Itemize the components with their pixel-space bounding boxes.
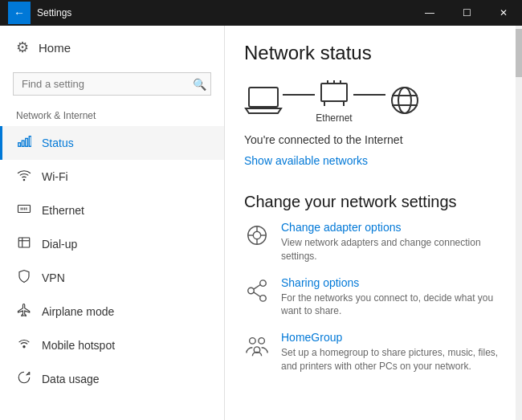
svg-point-33 bbox=[260, 279, 267, 286]
show-networks-link[interactable]: Show available networks bbox=[244, 154, 368, 167]
homegroup-icon bbox=[244, 332, 270, 358]
sidebar-item-wifi[interactable]: Wi-Fi bbox=[0, 160, 224, 194]
sidebar-item-home[interactable]: ⚙ Home bbox=[0, 26, 224, 69]
adapter-desc: View network adapters and change connect… bbox=[281, 236, 503, 263]
sharing-title[interactable]: Sharing options bbox=[281, 276, 503, 289]
adapter-icon bbox=[244, 222, 270, 248]
sidebar-vpn-label: VPN bbox=[42, 271, 65, 284]
change-settings-title: Change your network settings bbox=[244, 193, 503, 211]
scrollbar-thumb[interactable] bbox=[516, 29, 522, 77]
svg-rect-16 bbox=[249, 88, 278, 107]
svg-rect-2 bbox=[26, 138, 28, 146]
ethernet-device-icon: Ethernet bbox=[315, 77, 353, 124]
svg-point-38 bbox=[250, 338, 256, 345]
sidebar-datausage-label: Data usage bbox=[42, 373, 100, 385]
adapter-title[interactable]: Change adapter options bbox=[281, 221, 503, 234]
back-button[interactable]: ← bbox=[8, 2, 31, 24]
close-button[interactable]: ✕ bbox=[485, 0, 522, 26]
homegroup-text: HomeGroup Set up a homegroup to share pi… bbox=[281, 331, 503, 373]
svg-rect-5 bbox=[18, 206, 31, 213]
network-line-1 bbox=[283, 94, 315, 96]
sharing-desc: For the networks you connect to, decide … bbox=[281, 292, 503, 319]
svg-rect-0 bbox=[18, 143, 21, 147]
maximize-button[interactable]: ☐ bbox=[448, 0, 485, 26]
sidebar-home-label: Home bbox=[39, 41, 71, 55]
window-controls: — ☐ ✕ bbox=[411, 0, 522, 26]
settings-item-adapter: Change adapter options View network adap… bbox=[244, 221, 503, 263]
search-box: 🔍 bbox=[13, 72, 211, 96]
svg-rect-3 bbox=[29, 137, 31, 147]
svg-point-23 bbox=[392, 88, 418, 113]
sidebar-ethernet-label: Ethernet bbox=[42, 204, 84, 217]
sidebar-dialup-label: Dial-up bbox=[42, 238, 77, 251]
settings-item-sharing: Sharing options For the networks you con… bbox=[244, 276, 503, 319]
svg-rect-17 bbox=[321, 84, 347, 101]
content-area: ⚙ Home 🔍 Network & Internet bbox=[0, 26, 522, 420]
svg-point-39 bbox=[259, 338, 265, 345]
sidebar-status-label: Status bbox=[42, 137, 74, 149]
status-icon bbox=[16, 134, 32, 152]
sharing-icon bbox=[244, 278, 270, 304]
svg-line-37 bbox=[254, 292, 260, 296]
datausage-icon bbox=[16, 370, 32, 388]
settings-item-homegroup: HomeGroup Set up a homegroup to share pi… bbox=[244, 331, 503, 373]
home-icon: ⚙ bbox=[16, 39, 29, 56]
sidebar-wifi-label: Wi-Fi bbox=[42, 170, 68, 183]
sidebar-item-datausage[interactable]: Data usage bbox=[0, 362, 224, 396]
back-icon: ← bbox=[14, 6, 25, 19]
search-input[interactable] bbox=[13, 72, 211, 96]
wifi-icon bbox=[16, 168, 32, 186]
svg-line-36 bbox=[254, 284, 260, 289]
laptop-icon bbox=[244, 84, 283, 116]
homegroup-desc: Set up a homegroup to share pictures, mu… bbox=[281, 346, 503, 373]
sidebar: ⚙ Home 🔍 Network & Internet bbox=[0, 26, 225, 420]
sidebar-item-status[interactable]: Status bbox=[0, 126, 224, 160]
svg-rect-1 bbox=[22, 141, 24, 146]
sidebar-item-dialup[interactable]: Dial-up bbox=[0, 227, 224, 261]
svg-point-35 bbox=[260, 295, 267, 301]
sidebar-hotspot-label: Mobile hotspot bbox=[42, 339, 115, 352]
adapter-text: Change adapter options View network adap… bbox=[281, 221, 503, 263]
minimize-button[interactable]: — bbox=[411, 0, 448, 26]
svg-point-24 bbox=[398, 88, 411, 113]
svg-point-34 bbox=[248, 287, 255, 294]
homegroup-title[interactable]: HomeGroup bbox=[281, 331, 503, 344]
sidebar-category: Network & Internet bbox=[0, 105, 224, 126]
hotspot-icon bbox=[16, 336, 32, 354]
network-line-2 bbox=[353, 94, 385, 96]
connected-text: You're connected to the Internet bbox=[244, 133, 503, 146]
svg-point-13 bbox=[23, 346, 25, 348]
sidebar-item-airplane[interactable]: Airplane mode bbox=[0, 295, 224, 328]
internet-icon bbox=[385, 84, 424, 116]
sharing-text: Sharing options For the networks you con… bbox=[281, 276, 503, 319]
sidebar-item-hotspot[interactable]: Mobile hotspot bbox=[0, 328, 224, 362]
vpn-icon bbox=[16, 269, 32, 287]
airplane-icon bbox=[16, 303, 32, 320]
titlebar: ← Settings — ☐ ✕ bbox=[0, 0, 522, 26]
sidebar-item-vpn[interactable]: VPN bbox=[0, 261, 224, 295]
svg-point-28 bbox=[253, 231, 260, 239]
main-content: Network status bbox=[225, 26, 522, 420]
window-title: Settings bbox=[37, 7, 71, 18]
search-icon: 🔍 bbox=[193, 78, 206, 91]
ethernet-icon bbox=[16, 202, 32, 219]
svg-point-4 bbox=[23, 179, 25, 181]
dialup-icon bbox=[16, 235, 32, 253]
scrollbar[interactable] bbox=[516, 26, 522, 420]
sidebar-airplane-label: Airplane mode bbox=[42, 305, 114, 318]
ethernet-device-label: Ethernet bbox=[316, 112, 352, 124]
network-status-title: Network status bbox=[244, 42, 503, 64]
svg-rect-10 bbox=[18, 238, 30, 247]
network-diagram: Ethernet bbox=[244, 77, 503, 124]
sidebar-item-ethernet[interactable]: Ethernet bbox=[0, 194, 224, 227]
